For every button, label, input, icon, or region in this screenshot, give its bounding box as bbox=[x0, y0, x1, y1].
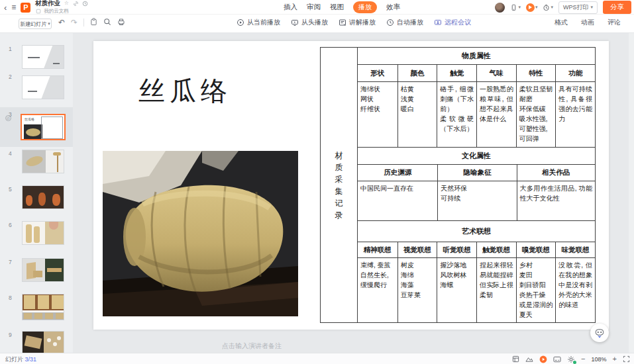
col-header: 隐喻象征 bbox=[437, 165, 516, 181]
slide-thumbnail-3-selected[interactable]: 丝瓜络 bbox=[21, 114, 66, 140]
loofah-photo[interactable] bbox=[103, 151, 298, 316]
slide-number: 4 bbox=[9, 150, 12, 157]
table-main: 物质属性 形状 颜色 触觉 气味 特性 功能 海绵状 网状 纤维状 枯黄 浅黄 … bbox=[358, 48, 595, 322]
print-icon[interactable] bbox=[117, 18, 125, 27]
slide-thumbnail-2[interactable] bbox=[22, 75, 64, 99]
thumb-photo bbox=[24, 124, 42, 139]
fit-screen-icon[interactable] bbox=[623, 355, 630, 363]
wps-logo[interactable]: P bbox=[21, 3, 30, 13]
wps-print-button[interactable]: WPS打印 ▾ bbox=[558, 1, 598, 14]
tab-review[interactable]: 审阅 bbox=[307, 3, 321, 12]
auto-play-button[interactable]: 自动播放 bbox=[386, 18, 423, 27]
col-header: 气味 bbox=[476, 65, 516, 81]
speaker-notes-input[interactable]: 点击输入演讲者备注 bbox=[222, 341, 282, 351]
star-icon[interactable]: ☆ bbox=[63, 0, 70, 7]
format-panel-toggle[interactable]: 格式 bbox=[555, 18, 568, 27]
thumb-decor bbox=[23, 332, 44, 353]
settings-gear-icon[interactable] bbox=[567, 355, 575, 363]
section3-data: 束缚, 蚕茧 自然生长, 缓慢爬行 树皮 海绵 海藻 豆芽菜 握沙落地 风吹树林… bbox=[358, 258, 595, 322]
zoom-out-button[interactable]: − bbox=[581, 355, 585, 363]
tab-view[interactable]: 视图 bbox=[330, 3, 344, 12]
table-cell: 树皮 海绵 海藻 豆芽菜 bbox=[397, 258, 437, 322]
slide-sorter-icon[interactable] bbox=[525, 355, 533, 363]
slide-thumb-row-2: 2 ⊘ bbox=[0, 73, 73, 105]
presenter-view-icon[interactable] bbox=[553, 356, 561, 363]
remote-meeting-label: 远程会议 bbox=[445, 18, 471, 27]
tab-insert[interactable]: 插入 bbox=[284, 3, 297, 12]
thumb-decor bbox=[38, 193, 46, 206]
share-button[interactable]: 分享 bbox=[603, 1, 631, 14]
col-header: 精神联想 bbox=[358, 242, 397, 257]
col-header: 特性 bbox=[516, 65, 556, 81]
slide-number: 2 bbox=[9, 73, 12, 80]
clipboard-icon[interactable] bbox=[90, 18, 97, 27]
section2-columns: 历史渊源 隐喻象征 相关作品 bbox=[358, 165, 595, 181]
menu-tabs: 插入 审阅 视图 播放 效率 bbox=[284, 0, 400, 15]
slide-thumbnail-8[interactable] bbox=[22, 294, 64, 320]
thumb-decor bbox=[44, 332, 64, 353]
thumb-text-line bbox=[28, 91, 37, 92]
slide-number: 9 bbox=[9, 332, 12, 338]
slide-thumbnail-4[interactable] bbox=[22, 150, 64, 173]
thumb-text-line bbox=[28, 57, 40, 58]
play-from-start-button[interactable]: 从头播放 bbox=[291, 18, 328, 27]
slide-thumbnail-6[interactable] bbox=[22, 221, 64, 245]
tab-play-active[interactable]: 播放 bbox=[353, 1, 377, 13]
animation-panel-toggle[interactable]: 动画 bbox=[581, 18, 594, 27]
play-from-current-button[interactable]: 从当前播放 bbox=[237, 18, 280, 27]
back-icon[interactable]: ‹ bbox=[4, 3, 7, 12]
caret-down-icon: ▾ bbox=[590, 5, 593, 10]
avatar[interactable] bbox=[495, 3, 505, 13]
timer-button[interactable]: ▾ bbox=[543, 4, 553, 11]
auto-play-label: 自动播放 bbox=[397, 18, 423, 27]
robot-icon bbox=[594, 327, 606, 339]
redo-icon[interactable]: ↷ bbox=[71, 19, 78, 26]
normal-view-icon[interactable] bbox=[512, 355, 519, 363]
thumb-decor bbox=[39, 76, 64, 99]
doc-location: 我的云文档 bbox=[44, 9, 69, 14]
slide-thumbnail-9[interactable] bbox=[22, 331, 64, 353]
new-slide-button[interactable]: 新建幻灯片 ▾ bbox=[19, 19, 52, 29]
wps-print-label: WPS打印 bbox=[563, 3, 589, 12]
search-icon[interactable] bbox=[103, 18, 111, 27]
doc-meta: 材质作业 ☆ 我的云文档 bbox=[35, 0, 88, 15]
section-header-culture: 文化属性 bbox=[358, 148, 595, 165]
col-header: 触觉联想 bbox=[476, 242, 516, 257]
material-table[interactable]: 材质采集记录 物质属性 形状 颜色 触觉 气味 特性 功能 海绵状 网状 纤维状 bbox=[320, 47, 596, 323]
table-side-label: 材质采集记录 bbox=[335, 150, 343, 221]
new-slide-label: 新建幻灯片 bbox=[20, 21, 46, 28]
table-side-cell: 材质采集记录 bbox=[321, 48, 358, 322]
slide-number: 3 bbox=[9, 111, 12, 118]
titlebar: ‹ ≡ P 材质作业 ☆ 我的云文档 bbox=[0, 0, 634, 15]
undo-icon[interactable]: ↶ bbox=[58, 19, 65, 26]
col-header: 触觉 bbox=[437, 65, 476, 81]
tab-efficiency[interactable]: 效率 bbox=[386, 3, 400, 12]
table-cell: 柔软且坚韧耐磨 环保低碳 吸水性强, 可塑性强, 可回弹 bbox=[516, 82, 556, 147]
link-icon[interactable] bbox=[72, 0, 79, 7]
play-from-start-label: 从头播放 bbox=[301, 18, 328, 27]
table-cell: 海绵状 网状 纤维状 bbox=[358, 82, 397, 147]
play-from-current-label: 从当前播放 bbox=[247, 18, 280, 27]
zoom-in-button[interactable]: + bbox=[613, 355, 617, 363]
remote-control-button[interactable]: ▾ bbox=[510, 4, 521, 11]
slide-thumbnail-5[interactable] bbox=[22, 185, 64, 209]
loofah-photo-art bbox=[103, 151, 298, 316]
quick-play-button[interactable]: ▾ bbox=[526, 3, 538, 12]
slide-3[interactable]: 丝瓜络 bbox=[93, 41, 609, 330]
slide-number: 5 bbox=[9, 186, 12, 193]
narration-play-button[interactable]: 讲解播放 bbox=[339, 18, 376, 27]
history-icon[interactable] bbox=[81, 0, 88, 7]
hamburger-icon[interactable]: ≡ bbox=[11, 3, 16, 12]
slide-title[interactable]: 丝瓜络 bbox=[138, 73, 232, 109]
ai-assistant-button[interactable] bbox=[590, 324, 609, 342]
slide-thumbnail-7[interactable] bbox=[22, 258, 64, 282]
remote-meeting-button[interactable]: 远程会议 bbox=[434, 18, 471, 27]
thumb-decor bbox=[45, 222, 64, 244]
thumb-decor bbox=[23, 150, 46, 173]
table-cell: 中国民间一直存在 bbox=[358, 181, 437, 220]
slideshow-play-icon[interactable] bbox=[539, 355, 547, 363]
vertical-scrollbar[interactable] bbox=[629, 33, 634, 353]
table-cell: 捏起来很轻易就能捏碎但实际上很柔韧 bbox=[476, 258, 516, 322]
comments-panel-toggle[interactable]: 评论 bbox=[608, 18, 621, 27]
slide-thumbnail-1[interactable] bbox=[22, 45, 64, 69]
